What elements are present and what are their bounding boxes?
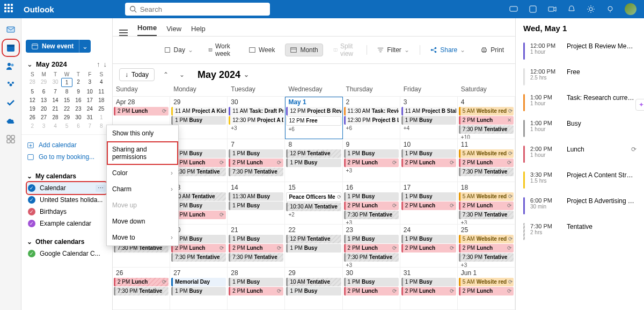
calendar-cell[interactable]: 15Peace Officers Me⟳10:30 AM Tentative+2 bbox=[285, 182, 342, 225]
calendar-event[interactable]: 2 PM Lunch⟳ bbox=[459, 287, 514, 295]
calendar-cell[interactable]: 211:30 AM Task: Revie12:30 PM Project B … bbox=[343, 97, 400, 139]
calendar-event[interactable]: 7:30 PM Tentative bbox=[459, 125, 514, 134]
calendar-event[interactable]: 1 PM Busy bbox=[171, 149, 226, 158]
calendar-event[interactable]: 11:30 AM Task: Revie bbox=[344, 107, 399, 116]
calendar-event[interactable]: 2 PM Lunch⟳ bbox=[229, 244, 283, 253]
calendar-event[interactable]: 2 PM Lunch⟳ bbox=[229, 287, 283, 295]
calendar-cell[interactable]: 2212 PM Tentative1 PM Busy bbox=[285, 225, 342, 267]
menu-item[interactable]: Move to› bbox=[107, 229, 178, 246]
more-events-link[interactable]: +6 bbox=[344, 125, 399, 131]
calendar-event[interactable]: 1 PM Busy bbox=[401, 149, 456, 158]
mini-day-cell[interactable]: 5 bbox=[27, 88, 38, 96]
week-button[interactable]: Week bbox=[244, 44, 280, 56]
calendar-event[interactable]: 7:30 PM Tentative bbox=[459, 211, 514, 219]
mini-day-cell[interactable]: 8 bbox=[61, 88, 72, 96]
calendar-event[interactable]: 2 PM Lunch⟳ bbox=[401, 158, 456, 167]
bell-icon[interactable] bbox=[567, 4, 576, 14]
calendar-event[interactable]: 1 PM Busy bbox=[286, 287, 341, 295]
calendar-event[interactable]: 1 PM Busy bbox=[344, 235, 399, 243]
calendar-event[interactable]: 12:30 PM Project A D bbox=[229, 116, 283, 125]
more-events-link[interactable]: +3 bbox=[459, 220, 514, 225]
calendar-event[interactable]: 1 PM Busy bbox=[229, 235, 283, 243]
calendar-event[interactable]: 11:30 AM Busy bbox=[229, 192, 283, 201]
today-button[interactable]: ↓Today bbox=[119, 68, 155, 81]
calendar-cell[interactable]: 3011 AM Task: Draft Pro12:30 PM Project … bbox=[228, 97, 285, 139]
tab-help[interactable]: Help bbox=[191, 25, 206, 36]
mini-day-cell[interactable]: 28 bbox=[27, 78, 38, 87]
calendar-cell[interactable]: 115 AM Website red⟳2 PM Lunch⟳7:30 PM Te… bbox=[458, 139, 515, 182]
calendar-event[interactable]: 7:30 PM Tentative bbox=[344, 253, 399, 262]
menu-item[interactable]: Color› bbox=[107, 165, 178, 181]
more-events-link[interactable]: +10 bbox=[459, 134, 514, 139]
calendar-cell[interactable]: 255 AM Website red⟳2 PM Lunch⟳7:30 PM Te… bbox=[458, 225, 515, 267]
calendar-event[interactable]: 1 PM Busy bbox=[229, 201, 283, 210]
calendar-event[interactable]: 2 PM Lunch⟳ bbox=[401, 201, 456, 210]
calendar-event[interactable]: 5 AM Website red⟳ bbox=[459, 192, 514, 201]
onedrive-icon[interactable] bbox=[5, 115, 17, 127]
my-calendars-header[interactable]: ⌄ My calendars bbox=[27, 170, 107, 182]
day-view-button[interactable]: Day ⌄ bbox=[159, 44, 198, 56]
calendar-event[interactable]: 10:30 AM Tentative bbox=[286, 203, 341, 211]
calendar-event[interactable]: 5 AM Website red⟳ bbox=[459, 107, 514, 116]
calendar-event[interactable]: 7:30 PM Tentative bbox=[344, 211, 399, 219]
mini-day-cell[interactable]: 30 bbox=[50, 78, 61, 87]
calendar-item[interactable]: ✓Calendar⋯ bbox=[27, 182, 107, 194]
mini-day-cell[interactable]: 1 bbox=[96, 113, 107, 121]
calendar-event[interactable]: 7:30 PM Tentative bbox=[459, 253, 514, 262]
calendar-event[interactable]: 11 AM Project A Kick bbox=[171, 107, 226, 116]
calendar-item[interactable]: ✓Example calendar bbox=[27, 218, 107, 229]
tab-view[interactable]: View bbox=[166, 25, 181, 36]
mini-day-cell[interactable]: 15 bbox=[61, 96, 72, 104]
calendar-cell[interactable]: 161 PM Busy2 PM Lunch⟳7:30 PM Tentative+… bbox=[343, 182, 400, 225]
mini-day-cell[interactable]: 8 bbox=[96, 122, 107, 130]
calendar-event[interactable]: 2 PM Lunch⟳ bbox=[459, 244, 514, 253]
new-event-chevron[interactable]: ⌄ bbox=[79, 40, 91, 53]
mini-day-cell[interactable]: 3 bbox=[84, 78, 95, 87]
calendar-cell[interactable]: 201 PM Busy2 PM Lunch⟳7:30 PM Tentative bbox=[170, 225, 228, 267]
mini-day-cell[interactable]: 10 bbox=[84, 88, 95, 96]
calendar-event[interactable]: 7:30 PM Tentative bbox=[171, 168, 226, 176]
mini-day-cell[interactable]: 20 bbox=[38, 105, 49, 113]
tab-home[interactable]: Home bbox=[137, 24, 157, 36]
calendar-event[interactable]: 1 PM Busy bbox=[401, 192, 456, 201]
calendar-event[interactable]: 2 PM Lunch⟳ bbox=[114, 278, 169, 286]
calendar-cell[interactable]: 301 PM Busy2 PM Lunch⟳ bbox=[343, 268, 400, 310]
agenda-item[interactable]: 12:00 PM2.5 hrsFree bbox=[523, 64, 636, 90]
mini-day-cell[interactable]: 2 bbox=[27, 122, 38, 130]
calendar-event[interactable]: 1 PM Busy bbox=[344, 192, 399, 201]
calendar-cell[interactable]: 812 PM Tentative1 PM Busy bbox=[285, 139, 342, 182]
bookings-link[interactable]: Go to my booking... bbox=[27, 151, 107, 163]
calendar-cell[interactable]: 231 PM Busy2 PM Lunch⟳7:30 PM Tentative+… bbox=[343, 225, 400, 267]
more-events-link[interactable]: +2 bbox=[286, 212, 341, 218]
calendar-event[interactable]: Peace Officers Me⟳ bbox=[286, 192, 341, 202]
month-button[interactable]: Month bbox=[285, 44, 323, 56]
calendar-event[interactable]: 2 PM Lunch⟳ bbox=[459, 201, 514, 210]
calendar-event[interactable]: 1 PM Busy bbox=[286, 158, 341, 167]
calendar-event[interactable]: 1 PM Busy bbox=[344, 278, 399, 286]
menu-item[interactable]: Show this only bbox=[107, 125, 178, 141]
calendar-event[interactable]: 12 PM Free bbox=[286, 116, 341, 126]
next-month-icon[interactable]: ⌄ bbox=[177, 70, 187, 80]
share-button[interactable]: Share ⌄ bbox=[425, 44, 470, 56]
mini-day-cell[interactable]: 25 bbox=[96, 105, 107, 113]
mini-prev-icon[interactable]: ↑ bbox=[97, 60, 100, 68]
calendar-event[interactable]: 1 PM Busy bbox=[401, 235, 456, 243]
calendar-event[interactable]: 2 PM Lunch⟳ bbox=[171, 211, 226, 219]
user-avatar[interactable] bbox=[625, 3, 636, 15]
calendar-event[interactable]: 1 PM Busy bbox=[171, 235, 226, 243]
mini-day-cell[interactable]: 31 bbox=[84, 113, 95, 121]
mini-day-cell[interactable]: 14 bbox=[50, 96, 61, 104]
calendar-event[interactable]: 1 PM Busy bbox=[171, 116, 226, 125]
calendar-event[interactable]: 2 PM Lunch⟳ bbox=[171, 158, 226, 167]
menu-item[interactable]: Sharing and permissions bbox=[107, 141, 178, 165]
mini-day-cell[interactable]: 13 bbox=[38, 96, 49, 104]
mini-day-cell[interactable]: 12 bbox=[27, 96, 38, 104]
mini-day-cell[interactable]: 7 bbox=[50, 88, 61, 96]
mini-day-cell[interactable]: 24 bbox=[84, 105, 95, 113]
calendar-event[interactable]: 12:30 PM Project B Lo bbox=[344, 116, 399, 125]
prev-month-icon[interactable]: ⌃ bbox=[161, 70, 171, 80]
calendar-event[interactable]: 10 AM Tentative bbox=[171, 192, 226, 201]
mini-day-cell[interactable]: 23 bbox=[73, 105, 84, 113]
gear-icon[interactable] bbox=[586, 4, 596, 14]
mail-icon[interactable] bbox=[5, 24, 17, 35]
